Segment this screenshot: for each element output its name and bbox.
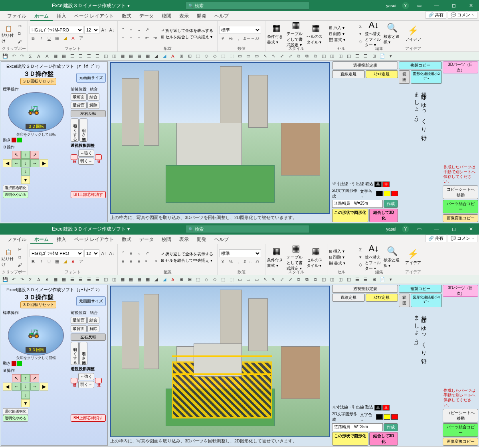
swatch-black[interactable]: 黒 bbox=[374, 182, 382, 187]
tab-formula[interactable]: 数式 bbox=[118, 235, 135, 244]
paste-button[interactable]: 📋貼り付け bbox=[2, 25, 15, 43]
tab-dev[interactable]: 開発 bbox=[193, 11, 210, 21]
format-painter-icon[interactable]: 🖌 bbox=[16, 38, 23, 45]
qat-btn[interactable]: ⤢ bbox=[287, 276, 294, 283]
qat-btn[interactable]: ▦ bbox=[119, 276, 126, 283]
user-avatar[interactable]: Y bbox=[402, 225, 409, 233]
cut-icon[interactable]: ✂ bbox=[16, 246, 23, 253]
qat-btn[interactable]: ▦ bbox=[136, 53, 143, 60]
table-format-button[interactable]: ▦テーブルとして書式設定 ▾ bbox=[287, 22, 305, 45]
align-top-icon[interactable]: ⌃ bbox=[119, 26, 127, 34]
back-button[interactable]: 最背面 bbox=[71, 102, 87, 109]
tab-home[interactable]: ホーム bbox=[30, 235, 53, 244]
fill-color-button[interactable]: ◢ bbox=[61, 258, 69, 265]
rotation-disk[interactable]: 🚜 ３Ｄ回転 bbox=[8, 316, 64, 355]
text-black[interactable] bbox=[376, 414, 383, 420]
sel-trans-button[interactable]: 選択部透明化 bbox=[3, 408, 28, 415]
qat-btn[interactable]: ☰ bbox=[85, 276, 93, 283]
speed-red[interactable] bbox=[12, 361, 16, 366]
original-size-button[interactable]: 元画面サイズ bbox=[76, 296, 106, 306]
qat-undo-icon[interactable]: ↶ bbox=[10, 276, 17, 283]
minimize-button[interactable]: — bbox=[429, 0, 445, 11]
qat-btn[interactable]: ⧉ bbox=[312, 53, 319, 60]
reset-rotation-button[interactable]: ３Ｄ回転リセット bbox=[20, 301, 56, 308]
back-button[interactable]: 最背面 bbox=[71, 325, 87, 332]
indent-dec-icon[interactable]: ⇤ bbox=[143, 258, 150, 265]
paste-button[interactable]: 📋貼り付け bbox=[2, 248, 15, 266]
tab-home[interactable]: ホーム bbox=[30, 11, 53, 21]
percent-icon[interactable]: % bbox=[227, 35, 234, 42]
qat-btn[interactable]: ⧉ bbox=[295, 276, 302, 283]
stronger-button[interactable]: ←強く bbox=[78, 373, 94, 380]
qat-btn[interactable]: ⧉ bbox=[295, 53, 302, 60]
maximize-button[interactable]: ◻ bbox=[446, 223, 462, 235]
tab-file[interactable]: ファイル bbox=[3, 11, 30, 21]
qat-btn[interactable]: ▦ bbox=[144, 276, 151, 283]
release-button[interactable]: 解除 bbox=[87, 325, 99, 332]
qat-btn[interactable]: 📄 bbox=[379, 53, 386, 60]
align-middle-icon[interactable]: ≡ bbox=[127, 250, 135, 257]
road-width-input[interactable]: 道路幅員 W=25m bbox=[332, 423, 383, 431]
qat-btn[interactable]: ↖ bbox=[261, 53, 269, 60]
number-format-select[interactable]: 標準 bbox=[219, 26, 261, 34]
qat-btn[interactable]: ▦ bbox=[60, 276, 67, 283]
minimize-button[interactable]: — bbox=[429, 223, 445, 235]
cut-icon[interactable]: ✂ bbox=[16, 23, 23, 30]
qat-btn[interactable]: ⊞ bbox=[186, 276, 193, 283]
qat-btn[interactable]: ⧉ bbox=[312, 276, 319, 283]
qat-btn[interactable]: ☰ bbox=[85, 53, 93, 60]
tab-review[interactable]: 校閲 bbox=[158, 11, 175, 21]
search-input[interactable]: 検索 bbox=[186, 225, 309, 233]
text-yellow[interactable] bbox=[384, 191, 390, 196]
italic-button[interactable]: I bbox=[38, 35, 45, 42]
phonetic-button[interactable]: ア bbox=[77, 35, 85, 42]
persp-ruler-button[interactable]: 透視投影定規 bbox=[332, 285, 398, 293]
align-right-icon[interactable]: ≡ bbox=[135, 34, 143, 41]
qat-save-icon[interactable]: 💾 bbox=[2, 276, 9, 283]
qat-btn[interactable]: ↖ bbox=[270, 276, 277, 283]
merge-center-button[interactable]: ⊞ セルを結合して中央揃え ▾ bbox=[161, 258, 213, 263]
maximize-button[interactable]: ◻ bbox=[446, 0, 462, 11]
user-avatar[interactable]: Y bbox=[402, 2, 409, 9]
cond-format-button[interactable]: ▦条件付き書式 ▾ bbox=[267, 22, 286, 45]
bh-erase-button[interactable]: BH上部芯棒消す bbox=[71, 414, 106, 422]
copysheet-button[interactable]: コピーシートへ移動 bbox=[443, 186, 478, 199]
tab-view[interactable]: 表示 bbox=[175, 11, 193, 21]
copy-icon[interactable]: ⧉ bbox=[16, 254, 23, 261]
qat-btn[interactable]: ☰ bbox=[94, 276, 101, 283]
inc-decimal-icon[interactable]: .0→ bbox=[243, 258, 250, 265]
tab-page-layout[interactable]: ページ レイアウト bbox=[70, 235, 118, 244]
qat-btn[interactable]: ⧉ bbox=[303, 276, 311, 283]
range-button[interactable]: 範囲 bbox=[399, 70, 410, 84]
qat-btn[interactable]: A bbox=[169, 53, 176, 60]
qat-btn[interactable]: ▦ bbox=[127, 276, 135, 283]
qat-btn[interactable]: ⬚ bbox=[220, 276, 227, 283]
format-cells-button[interactable]: ▦ 書式 ▾ bbox=[329, 261, 345, 266]
close-button[interactable]: ✕ bbox=[463, 0, 479, 11]
release-button[interactable]: 解除 bbox=[87, 102, 99, 109]
photo-frame[interactable] bbox=[110, 286, 330, 437]
align-right-icon[interactable]: ≡ bbox=[135, 258, 143, 265]
qat-btn[interactable]: ⊞ bbox=[370, 53, 378, 60]
qat-btn[interactable]: ▦ bbox=[144, 53, 151, 60]
dup-copy-button[interactable]: 複製コピー bbox=[399, 285, 442, 293]
sort-filter-button[interactable]: A↓並べ替えとフィルター ▾ bbox=[365, 246, 383, 269]
align-bottom-icon[interactable]: ⌄ bbox=[135, 26, 143, 34]
cond-format-button[interactable]: ▦条件付き書式 ▾ bbox=[267, 246, 286, 269]
qat-btn[interactable]: ⤢ bbox=[278, 276, 285, 283]
ideas-button[interactable]: ⚡アイデア bbox=[405, 246, 421, 269]
qat-btn[interactable]: ▦ bbox=[52, 53, 59, 60]
font-color-button[interactable]: A bbox=[69, 258, 77, 265]
currency-icon[interactable]: ¥ bbox=[219, 35, 226, 42]
front-button[interactable]: 最前面 bbox=[71, 317, 87, 324]
number-format-select[interactable]: 標準 bbox=[219, 249, 261, 257]
parts-copy-button[interactable]: パーツ結合コピー bbox=[443, 423, 478, 437]
wrap-text-button[interactable]: ⤶ 折り返して全体を表示する bbox=[161, 28, 213, 34]
qat-btn[interactable]: ☰ bbox=[69, 53, 76, 60]
clear-icon[interactable]: ◇ bbox=[357, 261, 364, 268]
qat-btn[interactable]: A bbox=[35, 53, 42, 60]
qat-btn[interactable]: ☰ bbox=[362, 276, 369, 283]
fill-color-button[interactable]: ◢ bbox=[61, 35, 69, 42]
qat-undo-icon[interactable]: ↶ bbox=[10, 53, 17, 60]
dup-copy-button[interactable]: 複製コピー bbox=[399, 61, 442, 69]
